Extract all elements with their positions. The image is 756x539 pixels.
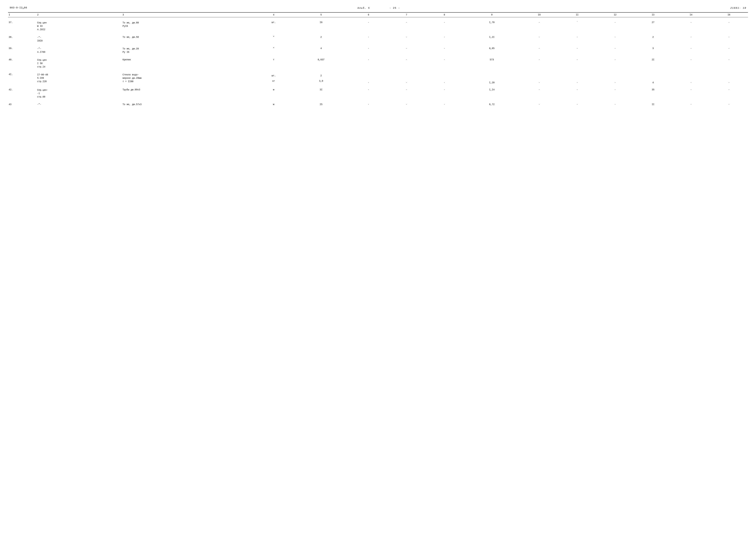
col-header-13: I3: [634, 12, 672, 17]
table-row: 43 -"- То же, дм.57х3 м I5 - - - 0,72 - …: [8, 103, 748, 106]
col-header-16: I6: [710, 12, 748, 17]
row-ref: I7-06-485-I99стр.I28: [36, 72, 122, 85]
col-header-5: 5: [293, 12, 350, 17]
table-row: 39. -"-п.I789 То же, дм.20Ру I6 " 4 - - …: [8, 46, 748, 54]
row-ref: Спр.ценI 58стр.I4: [36, 58, 122, 69]
row-desc: Крепеж: [122, 58, 255, 69]
table-row: 4I. I7-06-485-I99стр.I28 Стекло водо-мер…: [8, 72, 748, 85]
col-header-14: I4: [672, 12, 710, 17]
row-unit: м: [255, 88, 293, 99]
table-row: 38. -"-I8I0 То же, дм.50 " 2 - - - I,2I …: [8, 35, 748, 43]
col-header-1: I: [8, 12, 36, 17]
row-unit: шт.кг: [255, 72, 293, 85]
row-qty: 3I: [293, 88, 350, 99]
row-unit: ": [255, 46, 293, 54]
column-headers: I 2 3 4 5 6 7 8 9 IO II I2 I3 I4 I6: [8, 12, 748, 17]
row-desc: То же, дм.50: [122, 35, 255, 43]
row-ref: -"-: [36, 103, 122, 106]
row-unit: шт.: [255, 21, 293, 32]
row-desc: Трубы дм.89х3: [122, 88, 255, 99]
col-header-6: 6: [350, 12, 387, 17]
doc-code: 21661- 10: [730, 7, 746, 10]
row-unit: т: [255, 58, 293, 69]
row-unit: ": [255, 35, 293, 43]
album-label: Альб. X - 25 -: [358, 7, 400, 10]
col-header-2: 2: [36, 12, 122, 17]
row-num: 42.: [8, 88, 36, 99]
row-num: 43: [8, 103, 36, 106]
row-num: 37.: [8, 21, 36, 32]
row-ref: Спр.ценШ 33п.I8I2: [36, 21, 122, 32]
col-header-3: 3: [122, 12, 255, 17]
row-num: 4I.: [8, 72, 36, 85]
col-header-8: 8: [425, 12, 463, 17]
col-header-9: 9: [463, 12, 520, 17]
main-table: I 2 3 4 5 6 7 8 9 IO II I2 I3 I4 I6 37. …: [8, 12, 748, 106]
col-header-4: 4: [255, 12, 293, 17]
doc-number: 903-9-I2п86: [10, 6, 27, 10]
table-row: 42. Спр.цен--1стр.68 Трубы дм.89х3 м 3I …: [8, 88, 748, 99]
row-ref: Спр.цен--1стр.68: [36, 88, 122, 99]
col-header-7: 7: [387, 12, 425, 17]
row-qty: I5: [293, 103, 350, 106]
row-qty: 4: [293, 46, 350, 54]
row-num: 40.: [8, 58, 36, 69]
row-desc: То же, дм.20Ру I6: [122, 46, 255, 54]
row-qty: I6: [293, 21, 350, 32]
row-desc: Стекло водо-мерное дм.20ммℓ = II80: [122, 72, 255, 85]
row-qty: 23,0: [293, 72, 350, 85]
row-num: 38.: [8, 35, 36, 43]
row-unit: м: [255, 103, 293, 106]
col-header-11: II: [558, 12, 596, 17]
row-ref: -"-п.I789: [36, 46, 122, 54]
row-ref: -"-I8I0: [36, 35, 122, 43]
row-qty: 2: [293, 35, 350, 43]
table-row: 37. Спр.ценШ 33п.I8I2 То же, дм.80РуI6 ш…: [8, 21, 748, 32]
col-header-12: I2: [596, 12, 634, 17]
table-row: 40. Спр.ценI 58стр.I4 Крепеж т 0,037 - -…: [8, 58, 748, 69]
col-header-10: IO: [520, 12, 558, 17]
row-num: 39.: [8, 46, 36, 54]
row-desc: То же, дм.80РуI6: [122, 21, 255, 32]
row-desc: То же, дм.57х3: [122, 103, 255, 106]
page-header: 903-9-I2п86 Альб. X - 25 - 21661- 10: [8, 6, 748, 10]
row-qty: 0,037: [293, 58, 350, 69]
